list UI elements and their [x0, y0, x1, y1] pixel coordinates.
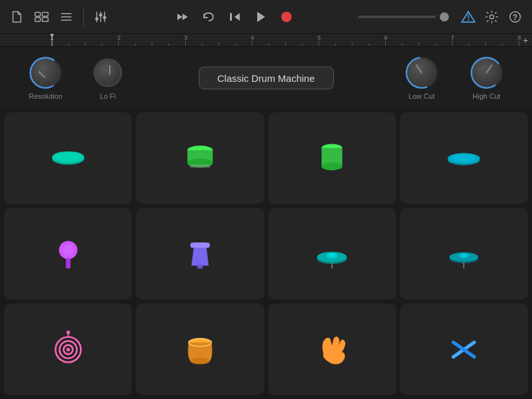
- cell-hi-hat-closed[interactable]: [4, 112, 132, 204]
- low-cut-label: Low Cut: [409, 92, 435, 100]
- svg-point-53: [329, 253, 335, 256]
- svg-point-20: [490, 15, 494, 19]
- svg-text:?: ?: [513, 13, 517, 22]
- svg-point-65: [66, 330, 70, 333]
- new-file-icon[interactable]: [6, 6, 27, 27]
- rewind-button[interactable]: [223, 5, 246, 29]
- svg-rect-3: [42, 18, 48, 21]
- list-icon[interactable]: [56, 6, 77, 27]
- cell-tom-drum[interactable]: [268, 112, 396, 204]
- svg-point-58: [462, 253, 466, 255]
- resolution-knob[interactable]: [29, 56, 62, 90]
- ruler: +: [0, 34, 532, 47]
- progress-bar[interactable]: [358, 16, 436, 18]
- cell-snare-drum[interactable]: [136, 112, 264, 204]
- svg-rect-14: [230, 13, 232, 21]
- svg-point-67: [190, 357, 210, 364]
- cell-cymbal-1[interactable]: [268, 208, 396, 300]
- svg-point-34: [55, 153, 81, 161]
- layout-icon[interactable]: [31, 6, 52, 27]
- low-cut-knob-group: Low Cut: [396, 56, 448, 100]
- svg-rect-49: [197, 265, 203, 268]
- resolution-knob-group: Resolution: [19, 56, 71, 100]
- preset-name-label: Classic Drum Machine: [198, 66, 333, 89]
- cell-sticks[interactable]: [400, 303, 528, 395]
- ruler-plus-button[interactable]: +: [519, 34, 532, 46]
- help-icon[interactable]: ?: [505, 6, 526, 27]
- svg-point-37: [187, 158, 212, 167]
- mixer-icon[interactable]: [90, 6, 111, 27]
- low-cut-knob[interactable]: [405, 56, 438, 90]
- separator-1: [83, 8, 84, 26]
- cell-target[interactable]: [4, 303, 132, 395]
- svg-point-63: [66, 348, 70, 351]
- svg-rect-1: [42, 12, 48, 16]
- toolbar: ?: [0, 0, 532, 34]
- svg-point-12: [103, 16, 107, 19]
- triangle-icon[interactable]: [458, 6, 479, 27]
- cell-cowbell[interactable]: [136, 208, 264, 300]
- svg-point-10: [95, 17, 99, 20]
- svg-marker-15: [257, 12, 265, 22]
- svg-point-42: [322, 162, 342, 170]
- svg-line-28: [416, 65, 422, 73]
- lofi-label: Lo Fi: [100, 92, 116, 100]
- high-cut-knob-group: High Cut: [461, 56, 513, 100]
- svg-point-19: [468, 19, 469, 21]
- cell-hi-hat-2[interactable]: [400, 112, 528, 204]
- transport-controls: [171, 5, 298, 29]
- high-cut-label: High Cut: [473, 92, 501, 100]
- svg-rect-2: [35, 18, 40, 21]
- svg-point-16: [281, 12, 292, 22]
- settings-icon[interactable]: [481, 6, 502, 27]
- svg-point-48: [62, 244, 74, 255]
- svg-point-45: [453, 155, 475, 162]
- lofi-knob[interactable]: [91, 56, 125, 90]
- cell-clap[interactable]: [268, 303, 396, 395]
- lofi-knob-group: Lo Fi: [82, 56, 134, 100]
- instrument-grid: [0, 109, 532, 399]
- cell-shaker[interactable]: [4, 208, 132, 300]
- undo-button[interactable]: [197, 5, 220, 29]
- resolution-label: Resolution: [29, 92, 62, 100]
- high-cut-knob[interactable]: [470, 56, 503, 90]
- svg-line-31: [487, 65, 492, 73]
- svg-marker-13: [234, 13, 240, 21]
- play-button[interactable]: [249, 5, 272, 29]
- svg-rect-0: [35, 12, 40, 16]
- cell-cymbal-2[interactable]: [400, 208, 528, 300]
- cell-bongo[interactable]: [136, 303, 264, 395]
- back-button[interactable]: [171, 5, 194, 29]
- progress-area: [358, 12, 449, 21]
- knobs-area: Resolution Lo Fi Classic Drum Machine: [0, 47, 532, 109]
- record-button[interactable]: [275, 5, 298, 29]
- svg-point-11: [99, 13, 103, 16]
- progress-dot: [440, 12, 449, 21]
- svg-rect-47: [66, 258, 70, 268]
